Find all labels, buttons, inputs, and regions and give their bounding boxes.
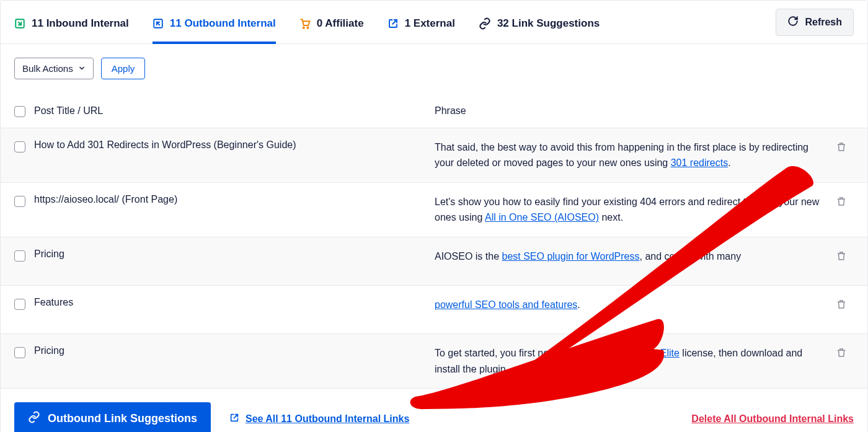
outbound-icon [153, 18, 164, 29]
phrase-link[interactable]: best SEO plugin for WordPress [502, 251, 639, 262]
row-title: How to Add 301 Redirects in WordPress (B… [34, 139, 435, 151]
refresh-button[interactable]: Refresh [776, 9, 854, 36]
outbound-link-suggestions-button[interactable]: Outbound Link Suggestions [14, 402, 211, 432]
affiliate-icon [299, 18, 311, 29]
table-header: Post Title / URL Phrase [1, 84, 867, 128]
delete-row-button[interactable] [836, 347, 847, 358]
select-all-checkbox[interactable] [14, 106, 25, 117]
link-icon [28, 411, 40, 426]
see-all-outbound-link[interactable]: See All 11 Outbound Internal Links [229, 413, 409, 425]
row-checkbox[interactable] [14, 299, 25, 310]
footer-row: Outbound Link Suggestions See All 11 Out… [1, 389, 867, 432]
row-title: Pricing [34, 345, 435, 356]
refresh-label: Refresh [805, 17, 842, 28]
external-icon [229, 413, 239, 425]
phrase-link[interactable]: get AIOSEO Pro or Elite [574, 348, 680, 358]
row-checkbox[interactable] [14, 196, 25, 207]
tab-label: 0 Affiliate [317, 17, 364, 30]
row-phrase: That said, the best way to avoid this fr… [435, 139, 829, 171]
link-icon [479, 17, 491, 30]
bulk-actions-select[interactable]: Bulk Actions [14, 58, 94, 79]
inbound-icon [14, 18, 25, 29]
delete-row-button[interactable] [836, 196, 847, 207]
row-phrase: AIOSEO is the best SEO plugin for WordPr… [435, 249, 829, 265]
row-phrase: Let's show you how to easily find your e… [435, 194, 829, 226]
table-row: Pricing To get started, you first need t… [1, 334, 867, 389]
chevron-down-icon [78, 63, 86, 74]
row-checkbox[interactable] [14, 141, 25, 152]
link-tabs: 11 Inbound Internal 11 Outbound Internal… [1, 1, 867, 44]
tab-label: 11 Outbound Internal [170, 17, 276, 30]
row-checkbox[interactable] [14, 347, 25, 358]
col-header-phrase: Phrase [435, 103, 829, 119]
delete-row-button[interactable] [836, 141, 847, 152]
tab-external[interactable]: 1 External [388, 1, 455, 43]
row-phrase: To get started, you first need to get AI… [435, 345, 829, 377]
table-row: Pricing AIOSEO is the best SEO plugin fo… [1, 237, 867, 286]
tab-link-suggestions[interactable]: 32 Link Suggestions [479, 1, 600, 43]
table-row: https://aioseo.local/ (Front Page) Let's… [1, 183, 867, 237]
refresh-icon [787, 15, 799, 29]
svg-point-2 [303, 27, 304, 28]
tab-label: 11 Inbound Internal [32, 17, 129, 30]
phrase-link[interactable]: 301 redirects [671, 157, 728, 168]
phrase-link[interactable]: All in One SEO (AIOSEO) [485, 212, 599, 223]
delete-row-button[interactable] [836, 250, 847, 262]
row-title: https://aioseo.local/ (Front Page) [34, 194, 435, 205]
tab-inbound-internal[interactable]: 11 Inbound Internal [14, 1, 129, 43]
bulk-actions-row: Bulk Actions Apply [1, 44, 867, 84]
tab-label: 1 External [405, 17, 455, 30]
table-row: How to Add 301 Redirects in WordPress (B… [1, 128, 867, 183]
delete-all-outbound-link[interactable]: Delete All Outbound Internal Links [691, 413, 854, 425]
svg-point-3 [307, 27, 308, 28]
row-title: Pricing [34, 249, 435, 260]
tab-label: 32 Link Suggestions [497, 17, 600, 30]
phrase-link[interactable]: powerful SEO tools and features [435, 299, 577, 310]
delete-row-button[interactable] [836, 299, 847, 310]
col-header-title: Post Title / URL [34, 105, 435, 117]
external-icon [388, 18, 399, 29]
tab-affiliate[interactable]: 0 Affiliate [299, 1, 364, 43]
apply-button[interactable]: Apply [101, 58, 146, 79]
table-row: Features powerful SEO tools and features… [1, 286, 867, 334]
row-phrase: powerful SEO tools and features. [435, 297, 829, 313]
row-checkbox[interactable] [14, 250, 25, 262]
bulk-actions-label: Bulk Actions [22, 63, 73, 74]
row-title: Features [34, 297, 435, 308]
tab-outbound-internal[interactable]: 11 Outbound Internal [153, 1, 276, 44]
